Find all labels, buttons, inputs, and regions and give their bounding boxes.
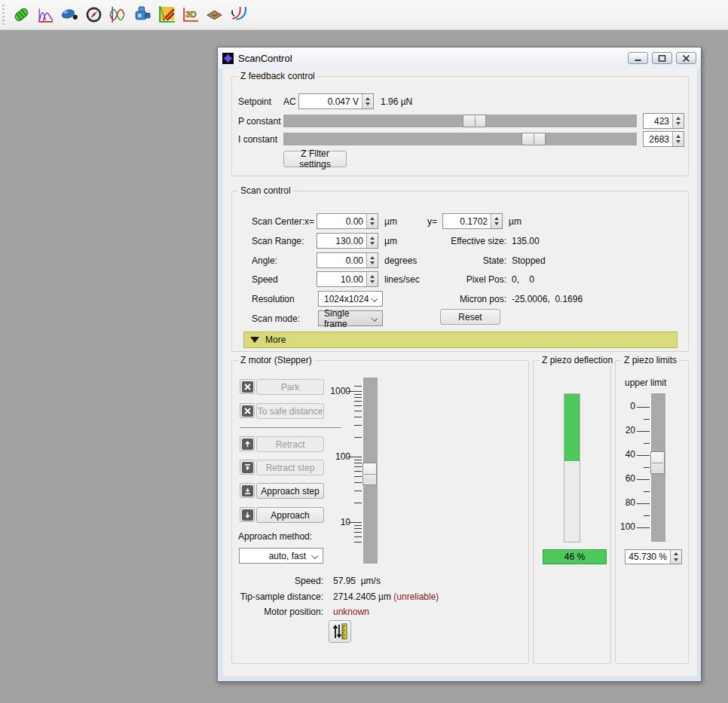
expander-triangle-icon [250, 337, 259, 343]
scan-center-y-input[interactable] [443, 214, 491, 228]
scan-center-x-spin-buttons[interactable] [366, 214, 378, 228]
setpoint-force-value: 1.96 µN [381, 96, 412, 107]
setpoint-input[interactable] [299, 94, 362, 109]
scan-center-x-spinbox [317, 213, 378, 229]
speed-scale-ticks [347, 378, 362, 552]
z-piezo-limits-group: Z piezo limits upper limit 0 20 40 60 80… [615, 360, 689, 664]
histogram-icon[interactable] [34, 4, 57, 26]
motor-position-value: unknown [333, 607, 369, 617]
scanner-icon[interactable] [10, 4, 32, 26]
group-label: Scan control [238, 185, 293, 196]
i-constant-slider[interactable] [283, 133, 637, 145]
3d-view-icon[interactable]: 3D [179, 4, 201, 26]
motor-speed-value: 57.95 µm/s [333, 576, 381, 586]
z-motor-group: Z motor (Stepper) Park To safe distance … [231, 360, 529, 664]
camera-icon[interactable] [130, 4, 153, 26]
app-icon [222, 53, 234, 64]
limit-tick-0: 0 [616, 401, 635, 411]
park-button[interactable]: Park [256, 379, 324, 395]
abort-safe-distance-button[interactable] [240, 403, 255, 418]
i-constant-input[interactable] [644, 132, 672, 146]
maximize-button[interactable] [652, 52, 672, 64]
reset-button[interactable]: Reset [440, 309, 500, 325]
angle-label: Angle: [252, 255, 277, 266]
i-constant-slider-handle[interactable] [522, 133, 546, 145]
window-title: ScanControl [238, 53, 292, 64]
upper-limit-input[interactable] [626, 550, 670, 564]
approach-step-button[interactable]: Approach step [256, 483, 324, 499]
limit-tick-40: 40 [616, 449, 635, 460]
upper-limit-spin-buttons[interactable] [670, 550, 681, 564]
tip-sample-distance-label: Tip-sample distance: [232, 591, 323, 602]
limit-tick-60: 60 [616, 473, 635, 484]
retract-button[interactable]: Retract [256, 436, 324, 452]
group-label: Z feedback control [238, 71, 317, 81]
scan-range-label: Scan Range: [252, 236, 304, 246]
approach-step-icon-button[interactable] [240, 483, 255, 498]
approach-method-value: auto, fast [269, 551, 306, 561]
probe-icon[interactable] [58, 4, 81, 26]
approach-icon-button[interactable] [240, 507, 255, 522]
tip-sample-distance-value: 2714.2405 µm (unreliable) [333, 591, 439, 602]
state-value: Stopped [512, 255, 546, 266]
effective-size-label: Effective size: [353, 236, 506, 246]
setpoint-mode-label: AC [283, 96, 296, 107]
titlebar[interactable]: ScanControl [218, 47, 701, 69]
motor-position-label: Motor position: [232, 607, 323, 617]
compass-icon[interactable] [82, 4, 105, 26]
approach-method-combo[interactable]: auto, fast [239, 548, 323, 564]
tip-sample-warning: (unreliable) [393, 591, 439, 602]
upper-limit-label: upper limit [625, 377, 666, 388]
force-distance-icon[interactable] [227, 4, 249, 26]
window-content: Z feedback control Setpoint AC 1.96 µN P… [223, 69, 697, 676]
toolbar: 3D [0, 0, 728, 30]
group-label: Z piezo limits [622, 355, 679, 365]
speed-scale-10: 10 [320, 517, 350, 527]
upper-limit-slider-handle[interactable] [650, 451, 665, 474]
more-expander[interactable]: More [243, 332, 678, 348]
oscilloscope-icon[interactable] [106, 4, 129, 26]
svg-text:3D: 3D [185, 10, 197, 19]
p-constant-input[interactable] [644, 114, 672, 128]
upper-limit-slider[interactable] [651, 393, 665, 542]
travel-range-button[interactable] [329, 620, 351, 643]
scan-center-y-spin-buttons[interactable] [491, 214, 502, 228]
z-piezo-deflection-group: Z piezo deflection 46 % [533, 360, 611, 664]
z-feedback-group: Z feedback control Setpoint AC 1.96 µN P… [231, 76, 689, 176]
deflection-value-badge: 46 % [543, 549, 607, 564]
group-label: Z motor (Stepper) [238, 355, 314, 365]
i-constant-spin-buttons[interactable] [672, 132, 684, 146]
motor-speed-slider-handle[interactable] [362, 463, 377, 485]
speed-scale-100: 100 [320, 451, 350, 462]
scan-center-x-unit: µm [384, 216, 397, 227]
retract-step-button[interactable]: Retract step [256, 460, 324, 475]
abort-park-button[interactable] [240, 379, 255, 394]
p-constant-slider[interactable] [283, 115, 637, 127]
setpoint-spin-buttons[interactable] [362, 94, 373, 109]
pixel-pos-label: Pixel Pos: [353, 274, 506, 285]
limit-tick-100: 100 [616, 521, 635, 532]
scan-center-x-input[interactable] [317, 214, 366, 228]
state-label: State: [353, 255, 506, 266]
approach-method-label: Approach method: [238, 531, 312, 542]
retract-step-icon-button[interactable] [240, 460, 255, 475]
resolution-label: Resolution [252, 294, 295, 304]
toolbar-grip[interactable] [2, 5, 5, 26]
p-constant-spin-buttons[interactable] [672, 114, 684, 128]
scan-center-y-label: y= [427, 216, 437, 227]
approach-button[interactable]: Approach [256, 507, 324, 523]
p-constant-slider-handle[interactable] [463, 115, 486, 127]
upper-limit-spinbox [625, 549, 682, 564]
close-button[interactable] [676, 52, 696, 64]
pixel-pos-value: 0, 0 [512, 274, 534, 285]
scan-image-icon[interactable] [154, 4, 177, 26]
scan-speed-label: Speed [252, 274, 278, 285]
retract-icon-button[interactable] [240, 436, 255, 451]
z-filter-settings-button[interactable]: Z Filter settings [283, 151, 347, 167]
to-safe-distance-button[interactable]: To safe distance [256, 403, 324, 419]
motor-speed-slider[interactable] [363, 377, 378, 564]
micron-pos-value: -25.0006, 0.1696 [512, 294, 583, 304]
lithography-icon[interactable] [203, 4, 225, 26]
scan-mode-combo[interactable]: Single frame [318, 310, 383, 326]
minimize-button[interactable] [628, 52, 648, 64]
